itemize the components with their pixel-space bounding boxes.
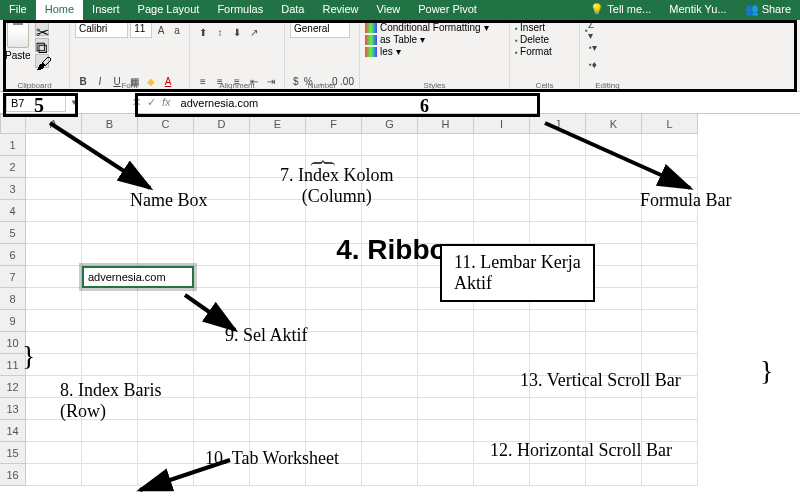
cell[interactable] bbox=[82, 200, 138, 222]
user-account[interactable]: Mentik Yu... bbox=[660, 0, 735, 20]
cell[interactable] bbox=[586, 266, 642, 288]
cell[interactable] bbox=[642, 222, 698, 244]
col-header-j[interactable]: J bbox=[530, 114, 586, 134]
cell[interactable] bbox=[362, 398, 418, 420]
fx-icon[interactable]: fx bbox=[162, 96, 171, 109]
cell[interactable] bbox=[250, 464, 306, 486]
tell-me[interactable]: 💡 Tell me... bbox=[581, 0, 660, 20]
format-as-table-button[interactable]: as Table ▾ bbox=[365, 34, 504, 45]
cell[interactable] bbox=[250, 354, 306, 376]
cell[interactable] bbox=[26, 156, 82, 178]
cell[interactable] bbox=[306, 332, 362, 354]
cell[interactable] bbox=[418, 200, 474, 222]
cell[interactable] bbox=[82, 244, 138, 266]
cell[interactable] bbox=[250, 332, 306, 354]
cell[interactable] bbox=[138, 288, 194, 310]
cell[interactable] bbox=[250, 420, 306, 442]
cell[interactable] bbox=[250, 376, 306, 398]
row-header-16[interactable]: 16 bbox=[0, 464, 26, 486]
cell[interactable] bbox=[642, 442, 698, 464]
cell[interactable] bbox=[306, 156, 362, 178]
tab-power-pivot[interactable]: Power Pivot bbox=[409, 0, 486, 20]
row-header-5[interactable]: 5 bbox=[0, 222, 26, 244]
row-header-15[interactable]: 15 bbox=[0, 442, 26, 464]
tab-page-layout[interactable]: Page Layout bbox=[129, 0, 209, 20]
cell[interactable] bbox=[138, 310, 194, 332]
cell[interactable] bbox=[474, 442, 530, 464]
cell[interactable] bbox=[250, 200, 306, 222]
cell[interactable] bbox=[82, 178, 138, 200]
cell[interactable] bbox=[194, 310, 250, 332]
cell[interactable] bbox=[306, 354, 362, 376]
cell[interactable] bbox=[642, 134, 698, 156]
cell[interactable] bbox=[418, 376, 474, 398]
cell[interactable] bbox=[586, 310, 642, 332]
cell[interactable] bbox=[362, 134, 418, 156]
cell[interactable] bbox=[474, 398, 530, 420]
cell[interactable] bbox=[26, 310, 82, 332]
cell[interactable] bbox=[26, 134, 82, 156]
row-header-1[interactable]: 1 bbox=[0, 134, 26, 156]
cell[interactable] bbox=[194, 288, 250, 310]
row-header-14[interactable]: 14 bbox=[0, 420, 26, 442]
cell[interactable] bbox=[26, 464, 82, 486]
cell[interactable] bbox=[138, 398, 194, 420]
cell[interactable] bbox=[194, 244, 250, 266]
cell[interactable] bbox=[138, 134, 194, 156]
cell[interactable] bbox=[642, 398, 698, 420]
cell[interactable] bbox=[82, 156, 138, 178]
cell[interactable] bbox=[642, 200, 698, 222]
cell[interactable] bbox=[586, 376, 642, 398]
cell[interactable] bbox=[474, 332, 530, 354]
cell[interactable] bbox=[474, 376, 530, 398]
name-box-dropdown[interactable]: ▼ bbox=[66, 98, 82, 107]
enter-formula-icon[interactable]: ✓ bbox=[147, 96, 156, 109]
row-header-4[interactable]: 4 bbox=[0, 200, 26, 222]
formula-bar-input[interactable]: advernesia.com bbox=[177, 97, 794, 109]
tab-view[interactable]: View bbox=[368, 0, 410, 20]
cell[interactable] bbox=[26, 420, 82, 442]
cell[interactable] bbox=[138, 244, 194, 266]
tab-file[interactable]: File bbox=[0, 0, 36, 20]
cell[interactable] bbox=[306, 222, 362, 244]
cancel-formula-icon[interactable]: ✕ bbox=[132, 96, 141, 109]
format-painter-icon[interactable]: 🖌 bbox=[35, 54, 49, 68]
cell[interactable] bbox=[362, 420, 418, 442]
cell[interactable] bbox=[418, 178, 474, 200]
cell[interactable] bbox=[418, 398, 474, 420]
cell[interactable] bbox=[586, 134, 642, 156]
cell[interactable] bbox=[474, 244, 530, 266]
cell[interactable] bbox=[82, 376, 138, 398]
increase-font-icon[interactable]: A bbox=[154, 22, 168, 38]
cell[interactable] bbox=[82, 310, 138, 332]
cell[interactable] bbox=[586, 332, 642, 354]
cell[interactable] bbox=[138, 420, 194, 442]
col-header-h[interactable]: H bbox=[418, 114, 474, 134]
cell[interactable] bbox=[418, 354, 474, 376]
col-header-g[interactable]: G bbox=[362, 114, 418, 134]
cell[interactable] bbox=[26, 266, 82, 288]
cell[interactable] bbox=[586, 222, 642, 244]
cell[interactable] bbox=[362, 288, 418, 310]
cell[interactable] bbox=[194, 442, 250, 464]
cell[interactable] bbox=[362, 310, 418, 332]
row-header-12[interactable]: 12 bbox=[0, 376, 26, 398]
cell[interactable] bbox=[586, 420, 642, 442]
select-all-corner[interactable] bbox=[0, 114, 26, 134]
cell[interactable] bbox=[418, 222, 474, 244]
cell[interactable] bbox=[194, 222, 250, 244]
cell[interactable] bbox=[474, 354, 530, 376]
cell[interactable] bbox=[642, 354, 698, 376]
cell[interactable] bbox=[250, 156, 306, 178]
cell[interactable] bbox=[306, 398, 362, 420]
active-cell[interactable]: advernesia.com bbox=[82, 266, 194, 288]
col-header-f[interactable]: F bbox=[306, 114, 362, 134]
row-header-3[interactable]: 3 bbox=[0, 178, 26, 200]
col-header-k[interactable]: K bbox=[586, 114, 642, 134]
fill-icon[interactable]: ▾ bbox=[585, 39, 601, 55]
cell[interactable] bbox=[138, 222, 194, 244]
cell[interactable] bbox=[26, 178, 82, 200]
clear-icon[interactable]: ♦ bbox=[585, 56, 601, 72]
cell[interactable] bbox=[138, 464, 194, 486]
cell[interactable] bbox=[418, 332, 474, 354]
